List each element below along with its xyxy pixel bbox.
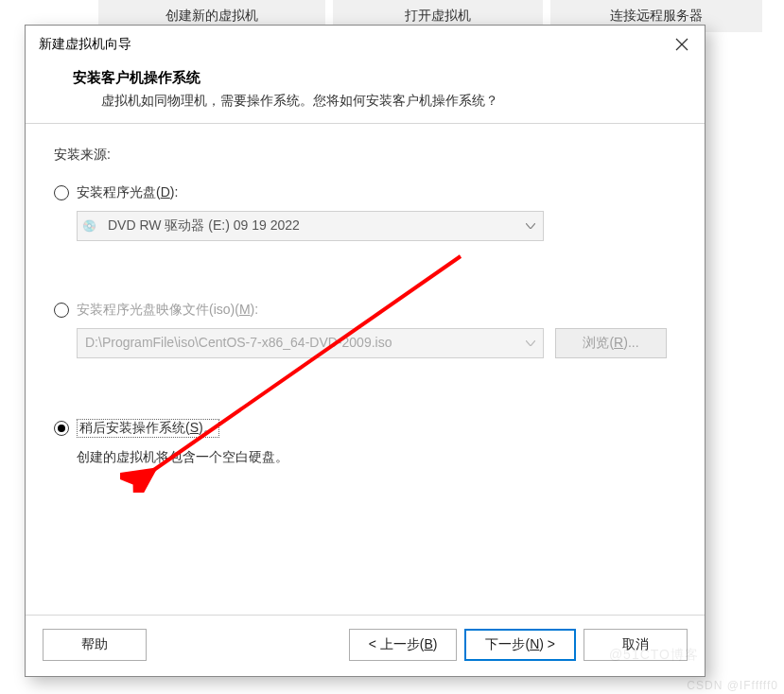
back-button[interactable]: < 上一步(B) xyxy=(349,629,458,661)
iso-path-combo[interactable]: D:\ProgramFile\iso\CentOS-7-x86_64-DVD-2… xyxy=(77,328,544,358)
disc-icon: 💿 xyxy=(78,212,100,240)
chevron-down-icon[interactable] xyxy=(518,212,543,240)
radio-option-later[interactable]: 稍后安装操作系统(S)。 xyxy=(54,419,676,438)
browse-button[interactable]: 浏览(R)... xyxy=(555,328,667,358)
radio-option-iso[interactable]: 安装程序光盘映像文件(iso)(M): xyxy=(54,302,676,319)
close-icon[interactable] xyxy=(672,35,691,54)
new-vm-wizard-dialog: 新建虚拟机向导 安装客户机操作系统 虚拟机如同物理机，需要操作系统。您将如何安装… xyxy=(25,25,706,677)
dialog-titlebar: 新建虚拟机向导 xyxy=(26,26,705,61)
dialog-header: 安装客户机操作系统 虚拟机如同物理机，需要操作系统。您将如何安装客户机操作系统？ xyxy=(26,61,705,124)
radio-iso-label: 安装程序光盘映像文件(iso)(M): xyxy=(77,302,258,319)
svg-line-2 xyxy=(148,256,461,474)
radio-icon[interactable] xyxy=(54,421,69,436)
iso-path-value: D:\ProgramFile\iso\CentOS-7-x86_64-DVD-2… xyxy=(78,329,518,357)
help-button[interactable]: 帮助 xyxy=(43,629,147,661)
chevron-down-icon[interactable] xyxy=(518,329,543,357)
dialog-body: 安装来源: 安装程序光盘(D): 💿 DVD RW 驱动器 (E:) 09 19… xyxy=(26,124,705,615)
watermark: CSDN @IFfffff0 xyxy=(687,679,778,692)
radio-icon[interactable] xyxy=(54,185,69,200)
disc-drive-combo[interactable]: 💿 DVD RW 驱动器 (E:) 09 19 2022 xyxy=(77,211,544,241)
later-hint: 创建的虚拟机将包含一个空白硬盘。 xyxy=(77,449,676,466)
watermark: @51CTO博客 xyxy=(609,647,699,664)
radio-disc-label: 安装程序光盘(D): xyxy=(77,184,178,201)
dialog-footer: 帮助 < 上一步(B) 下一步(N) > 取消 xyxy=(26,615,705,676)
radio-icon[interactable] xyxy=(54,303,69,318)
header-subtitle: 虚拟机如同物理机，需要操作系统。您将如何安装客户机操作系统？ xyxy=(73,93,680,110)
radio-later-label: 稍后安装操作系统(S)。 xyxy=(77,419,219,438)
radio-option-disc[interactable]: 安装程序光盘(D): xyxy=(54,184,676,201)
disc-drive-value: DVD RW 驱动器 (E:) 09 19 2022 xyxy=(100,212,518,240)
dialog-title: 新建虚拟机向导 xyxy=(39,36,131,53)
install-source-label: 安装来源: xyxy=(54,147,676,164)
header-title: 安装客户机操作系统 xyxy=(73,69,680,87)
next-button[interactable]: 下一步(N) > xyxy=(464,629,576,661)
